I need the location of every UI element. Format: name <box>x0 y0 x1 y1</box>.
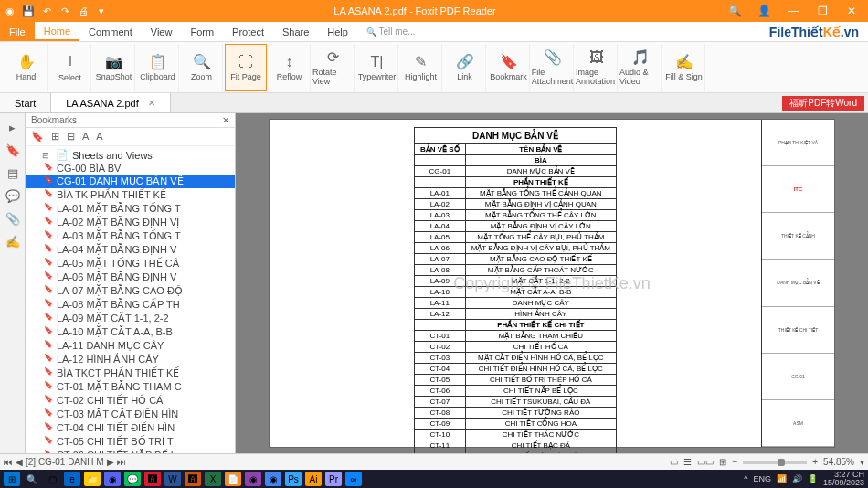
bookmark-item[interactable]: LA-02 MẶT BẰNG ĐỊNH VỊ <box>26 216 235 229</box>
taskbar-app-7[interactable]: 🅰 <box>185 472 201 486</box>
bookmark-item[interactable]: LA-01 MẶT BẰNG TỔNG T <box>26 202 235 216</box>
tool-hand[interactable]: ✋Hand <box>5 44 48 91</box>
zoom-slider[interactable] <box>743 461 807 464</box>
tool-zoom[interactable]: 🔍Zoom <box>181 44 223 91</box>
bookmark-item[interactable]: CG-01 DANH MỤC BẢN VẼ <box>26 175 235 188</box>
bookmark-item[interactable]: BÌA TK PHẦN THIẾT KẾ <box>26 188 235 202</box>
bookmark-item[interactable]: LA-10 MẶT CẮT A-A, B-B <box>26 325 235 339</box>
taskbar-app-9[interactable]: 📄 <box>225 472 241 486</box>
tool-bookmark[interactable]: 🔖Bookmark <box>488 44 530 91</box>
taskbar-app-5[interactable]: 🅰 <box>144 472 161 486</box>
user-icon[interactable]: 👤 <box>751 3 777 19</box>
menu-form[interactable]: Form <box>181 22 223 41</box>
bookmark-item[interactable]: LA-12 HÌNH ẢNH CÂY <box>26 353 235 366</box>
bm-tool-text-icon[interactable]: A <box>82 131 89 143</box>
taskbar-app-11[interactable]: ◉ <box>265 472 281 486</box>
tray-wifi-icon[interactable]: 📶 <box>777 474 787 483</box>
menu-help[interactable]: Help <box>318 22 357 41</box>
first-page-button[interactable]: ⏮ <box>4 457 13 467</box>
bm-tool-new-icon[interactable]: 🔖 <box>31 131 44 143</box>
tab-document[interactable]: LA ASANA 2.pdf✕ <box>51 93 171 112</box>
comments-panel-icon[interactable]: 💬 <box>5 189 20 203</box>
bookmark-item[interactable]: CT-01 MẶT BẰNG THAM C <box>26 380 235 394</box>
view-continuous-icon[interactable]: ☰ <box>683 457 692 467</box>
pdf-to-word-button[interactable]: 福昕PDF转Word <box>782 96 864 111</box>
tool-audio-video[interactable]: 🎵Audio & Video <box>619 44 662 91</box>
zoom-value[interactable]: 54.85% <box>823 457 854 467</box>
restore-button[interactable]: ❐ <box>810 3 835 19</box>
tool-fit-page[interactable]: ⛶Fit Page <box>225 44 267 91</box>
bookmark-item[interactable]: CT-03 MẶT CẮT ĐIỂN HÌN <box>26 408 235 421</box>
print-icon[interactable]: 🖨 <box>77 5 90 17</box>
save-icon[interactable]: 💾 <box>22 5 35 17</box>
bookmark-item[interactable]: CT-05 CHI TIẾT BỐ TRÍ T <box>26 435 235 449</box>
bm-tool-text2-icon[interactable]: A <box>96 131 102 143</box>
tool-reflow[interactable]: ↕Reflow <box>269 44 311 91</box>
expand-panel-icon[interactable]: ▸ <box>9 121 16 134</box>
tool-select[interactable]: ＩSelect <box>49 44 91 91</box>
signature-panel-icon[interactable]: ✍ <box>5 235 20 249</box>
bookmarks-root[interactable]: 📄 Sheets and Views <box>26 148 235 162</box>
taskbar-app-3[interactable]: ◉ <box>104 472 121 486</box>
bm-tool-expand-icon[interactable]: ⊞ <box>51 131 59 143</box>
bookmark-item[interactable]: LA-08 MẶT BẰNG CẤP TH <box>26 298 235 312</box>
tool-rotate[interactable]: ⟳Rotate View <box>312 44 355 91</box>
tool-link[interactable]: 🔗Link <box>444 44 486 91</box>
bookmark-item[interactable]: BÌA TKCT PHẦN THIẾT KẾ <box>26 366 235 380</box>
menu-view[interactable]: View <box>142 22 182 41</box>
taskbar-app-10[interactable]: ◉ <box>245 472 261 486</box>
last-page-button[interactable]: ⏭ <box>117 457 126 467</box>
bookmark-item[interactable]: LA-11 DANH MỤC CÂY <box>26 339 235 353</box>
tab-close-icon[interactable]: ✕ <box>148 98 155 108</box>
bookmark-item[interactable]: CT-04 CHI TIẾT ĐIỂN HÌN <box>26 421 235 435</box>
bookmark-item[interactable]: LA-04 MẶT BẰNG ĐỊNH V <box>26 243 235 257</box>
page-indicator[interactable]: [2] CG-01 DANH M <box>26 457 104 467</box>
tell-me-search[interactable]: Tell me... <box>366 27 416 37</box>
menu-file[interactable]: File <box>0 22 35 41</box>
undo-icon[interactable]: ↶ <box>40 5 53 17</box>
zoom-dropdown-icon[interactable]: ▾ <box>860 457 864 467</box>
bookmark-item[interactable]: CG-00 BÌA BV <box>26 162 235 175</box>
tool-typewriter[interactable]: T|Typewriter <box>356 44 398 91</box>
start-button[interactable]: ⊞ <box>4 472 20 486</box>
zoom-out-button[interactable]: − <box>732 457 737 467</box>
document-viewport[interactable]: DANH MỤC BẢN VẼ BẢN VẼ SỐTÊN BẢN VẼ BÌAC… <box>236 113 868 453</box>
tool-snapshot[interactable]: 📷SnapShot <box>93 44 135 91</box>
view-continuous-facing-icon[interactable]: ⊞ <box>719 457 726 467</box>
taskbar-app-1[interactable]: e <box>64 472 80 486</box>
menu-comment[interactable]: Comment <box>79 22 142 41</box>
taskbar-app-8[interactable]: X <box>205 472 221 486</box>
prev-page-button[interactable]: ◀ <box>16 457 23 467</box>
menu-share[interactable]: Share <box>273 22 318 41</box>
zoom-in-button[interactable]: + <box>812 457 818 467</box>
bookmark-item[interactable]: LA-06 MẶT BẰNG ĐỊNH V <box>26 271 235 284</box>
taskbar-app-14[interactable]: Pr <box>325 472 342 486</box>
tool-image-annotation[interactable]: 🖼Image Annotation <box>576 44 618 91</box>
tray-volume-icon[interactable]: 🔊 <box>792 474 802 483</box>
qat-dropdown-icon[interactable]: ▾ <box>95 5 108 17</box>
taskbar-app-13[interactable]: Ai <box>305 472 322 486</box>
view-single-icon[interactable]: ▭ <box>670 457 678 467</box>
panel-close-icon[interactable]: ✕ <box>222 115 229 125</box>
attachment-panel-icon[interactable]: 📎 <box>5 212 20 226</box>
tool-fill-sign[interactable]: ✍Fill & Sign <box>663 44 705 91</box>
taskbar-app-4[interactable]: 💬 <box>124 472 141 486</box>
close-button[interactable]: ✕ <box>839 3 864 19</box>
next-page-button[interactable]: ▶ <box>107 457 114 467</box>
bookmark-item[interactable]: CT-02 CHI TIẾT HỒ CÁ <box>26 394 235 408</box>
bookmarks-tree[interactable]: 📄 Sheets and Views CG-00 BÌA BVCG-01 DAN… <box>26 146 235 453</box>
tab-start[interactable]: Start <box>0 93 51 112</box>
tray-clock[interactable]: 3:27 CH15/09/2023 <box>823 471 864 487</box>
bookmark-panel-icon[interactable]: 🔖 <box>5 143 20 157</box>
minimize-button[interactable]: — <box>780 3 806 19</box>
pages-panel-icon[interactable]: ▤ <box>7 166 18 180</box>
tray-language[interactable]: ENG <box>753 474 771 483</box>
bookmark-item[interactable]: CT-06 CHI TIẾT NẮP BỂ L <box>26 449 235 453</box>
tray-battery-icon[interactable]: 🔋 <box>808 474 818 483</box>
taskbar-app-2[interactable]: 📁 <box>84 472 101 486</box>
tool-file-attachment[interactable]: 📎File Attachment <box>532 44 574 91</box>
taskbar-app-12[interactable]: Ps <box>285 472 302 486</box>
taskbar-taskview-icon[interactable]: ▢ <box>44 472 60 486</box>
redo-icon[interactable]: ↷ <box>58 5 71 17</box>
taskbar-search-icon[interactable]: 🔍 <box>24 472 40 486</box>
